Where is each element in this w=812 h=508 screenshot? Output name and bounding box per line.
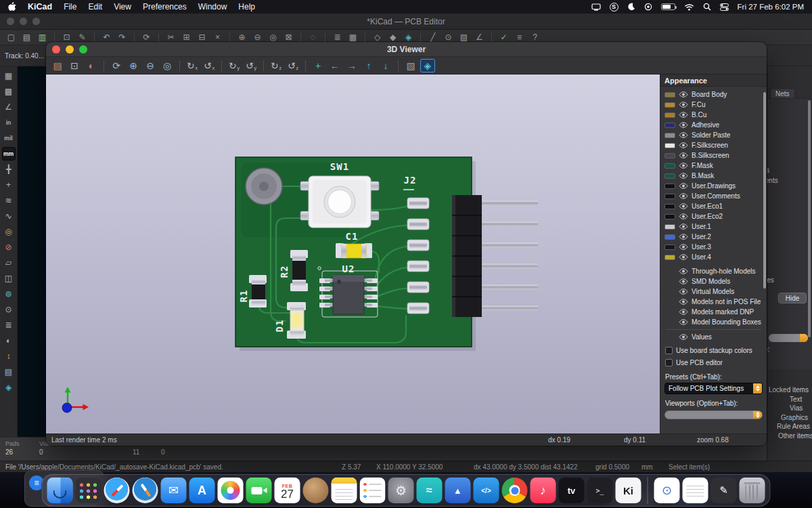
cut-button[interactable]: ✂ xyxy=(165,33,177,42)
dock-item-terminal[interactable]: >_ xyxy=(587,478,613,503)
layer-color-swatch[interactable] xyxy=(664,143,675,148)
visibility-eye-icon[interactable] xyxy=(679,234,688,240)
menu-item-view[interactable]: View xyxy=(114,2,131,12)
battery-icon[interactable] xyxy=(661,3,675,10)
dock-item-chrome[interactable] xyxy=(502,478,528,503)
sketch-vias-icon[interactable]: ⊙ xyxy=(2,303,16,316)
dock-item-kicad[interactable]: Ki xyxy=(616,478,641,503)
save-board-button[interactable]: ▥ xyxy=(37,33,48,42)
focus-moon-icon[interactable] xyxy=(627,3,635,11)
layer-color-swatch[interactable] xyxy=(664,214,675,219)
dock-item-preview[interactable]: ⊙ xyxy=(654,478,680,503)
close-icon[interactable] xyxy=(52,45,60,54)
polar-coords-icon[interactable]: ∠ xyxy=(2,100,16,114)
visibility-eye-icon[interactable] xyxy=(679,91,688,98)
visibility-eye-icon[interactable] xyxy=(679,334,688,340)
filter-item-vias[interactable]: Vias xyxy=(790,404,803,412)
layer-color-swatch[interactable] xyxy=(664,102,675,108)
visibility-eye-icon[interactable] xyxy=(679,102,688,108)
layer-row-b-silkscreen[interactable]: B.Silkscreen xyxy=(660,150,767,161)
dock-item-freeform[interactable]: ≈ xyxy=(417,478,443,503)
layer-row-user-eco1[interactable]: User.Eco1 xyxy=(660,201,767,211)
model-row-virtual-models[interactable]: Virtual Models xyxy=(660,287,767,297)
minimize-icon[interactable] xyxy=(66,45,74,54)
close-icon[interactable] xyxy=(7,18,14,25)
checkbox-use-pcb-editor[interactable]: Use PCB editor xyxy=(660,357,767,368)
layers-manager-icon[interactable]: ▤ xyxy=(2,365,16,379)
layer-color-swatch[interactable] xyxy=(664,123,675,128)
visibility-eye-icon[interactable] xyxy=(679,183,688,189)
zoom-fit-button[interactable]: ◎ xyxy=(267,33,279,42)
layer-pairs-button[interactable]: ≣ xyxy=(332,33,343,42)
visibility-eye-icon[interactable] xyxy=(679,244,688,250)
rotate-y-cw-icon[interactable]: ↻y xyxy=(227,59,242,72)
refresh-button[interactable]: ⟳ xyxy=(141,33,152,42)
filter-item-rule-areas[interactable]: Rule Areas xyxy=(777,423,810,430)
measure-button[interactable]: ∠ xyxy=(474,33,485,42)
cursor-small-icon[interactable]: + xyxy=(2,178,16,192)
pcb-editor-titlebar[interactable]: *KiCad — PCB Editor xyxy=(0,14,812,30)
dock-item-music[interactable]: ♪ xyxy=(531,478,556,503)
render-export-icon[interactable]: ▤ xyxy=(50,59,65,72)
checkbox-box[interactable] xyxy=(665,359,673,366)
perspective-view-icon[interactable]: ◈ xyxy=(420,59,435,72)
layer-color-swatch[interactable] xyxy=(664,163,675,169)
model-row-through-hole-models[interactable]: Through-hole Models xyxy=(660,266,767,276)
dock-item-browser[interactable] xyxy=(133,478,158,503)
layer-color-swatch[interactable] xyxy=(664,204,675,209)
checkbox-use-board-stackup-colors[interactable]: Use board stackup colors xyxy=(660,345,767,356)
dock-item-tan-app[interactable] xyxy=(303,478,329,503)
tab-nets[interactable]: Nets xyxy=(770,88,795,99)
layer-row-b-cu[interactable]: B.Cu xyxy=(660,110,767,120)
copy-button[interactable]: ⊞ xyxy=(181,33,192,42)
move-right-icon[interactable]: → xyxy=(344,59,359,72)
layer-color-swatch[interactable] xyxy=(664,153,675,158)
model-row-values[interactable]: Values xyxy=(660,332,767,342)
help-button[interactable]: ? xyxy=(529,33,541,42)
layer-row-user-2[interactable]: User.2 xyxy=(660,232,767,242)
visibility-eye-icon[interactable] xyxy=(679,132,688,138)
dock-item-vscode[interactable]: </> xyxy=(474,478,499,503)
units-mm-button[interactable]: mm xyxy=(2,147,16,161)
layer-row-b-mask[interactable]: B.Mask xyxy=(660,171,767,181)
model-row-smd-models[interactable]: SMD Models xyxy=(660,276,767,287)
grid-show-icon[interactable]: ▦ xyxy=(2,69,16,83)
zoom-fit-icon[interactable]: ◎ xyxy=(160,59,175,72)
dock-item-reminders[interactable] xyxy=(360,478,386,503)
move-up-icon[interactable]: ↑ xyxy=(361,59,376,72)
menu-item-edit[interactable]: Edit xyxy=(88,2,102,12)
dropdown-stepper-icon[interactable] xyxy=(753,410,763,419)
units-mils-button[interactable]: mil xyxy=(2,131,16,145)
viewer-3d-button[interactable]: ◈ xyxy=(403,33,414,42)
ratsnest-curved-icon[interactable]: ∿ xyxy=(2,209,16,223)
dock-item-notes[interactable] xyxy=(332,478,357,503)
apple-menu-icon[interactable] xyxy=(8,2,16,12)
sketch-tracks-icon[interactable]: ≣ xyxy=(2,318,16,332)
dock-item-settings[interactable]: ⚙ xyxy=(388,478,414,503)
zoom-icon[interactable] xyxy=(32,18,40,25)
visibility-eye-icon[interactable] xyxy=(679,203,688,209)
menu-item-file[interactable]: File xyxy=(64,2,76,12)
delete-button[interactable]: × xyxy=(212,33,223,42)
rotate-y-ccw-icon[interactable]: ↺y xyxy=(244,59,258,72)
visibility-eye-icon[interactable] xyxy=(679,163,688,169)
undo-button[interactable]: ↶ xyxy=(101,33,112,42)
dock-item-photos[interactable] xyxy=(218,478,244,503)
layer-row-solder-paste[interactable]: Solder Paste xyxy=(660,130,767,140)
dock-item-launchpad[interactable] xyxy=(76,478,102,503)
layer-color-swatch[interactable] xyxy=(664,184,675,189)
redo-button[interactable]: ↷ xyxy=(116,33,128,42)
model-row-models-marked-dnp[interactable]: Models marked DNP xyxy=(660,307,767,317)
layer-row-user-drawings[interactable]: User.Drawings xyxy=(660,181,767,191)
visibility-eye-icon[interactable] xyxy=(679,142,688,148)
layer-color-swatch[interactable] xyxy=(664,234,675,240)
track-width-selector[interactable]: Track: 0.40... xyxy=(5,52,44,60)
visibility-eye-icon[interactable] xyxy=(679,152,688,158)
layer-row-adhesive[interactable]: Adhesive xyxy=(660,120,767,130)
scrollbar[interactable] xyxy=(763,92,766,289)
drawing-sheet-icon[interactable]: ▱ xyxy=(2,256,16,270)
menu-item-preferences[interactable]: Preferences xyxy=(143,2,187,12)
filter-item-other-items[interactable]: Other items xyxy=(778,432,812,440)
screen-record-icon[interactable] xyxy=(644,3,652,11)
open-board-button[interactable]: ▤ xyxy=(21,33,32,42)
